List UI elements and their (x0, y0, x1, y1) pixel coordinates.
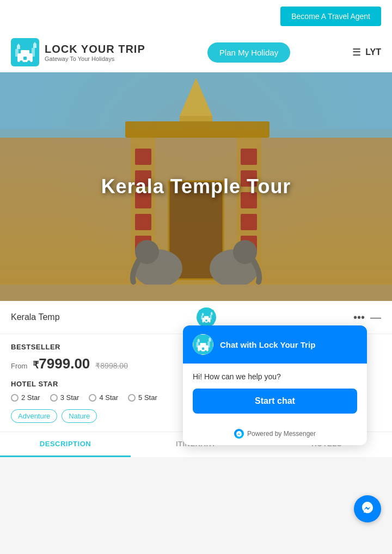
chat-brand: Chat with Lock Your Trip (220, 340, 357, 349)
logo-text-area: LOCK YOUR TRIP Gateway To Your Holidays (45, 43, 145, 62)
tag-adventure[interactable]: Adventure (11, 409, 57, 423)
page-container: Become A Travel Agent LOCK YOUR TRIP Gat… (0, 0, 392, 554)
star-option-2-label: 2 Star (21, 393, 40, 402)
menu-label: LYT (365, 47, 381, 57)
rupee-original: ₹ (95, 361, 100, 370)
svg-rect-49 (197, 342, 199, 348)
minimize-button[interactable]: — (370, 311, 381, 324)
svg-point-36 (204, 322, 205, 323)
tab-description[interactable]: DESCRIPTION (0, 432, 131, 457)
price-value: 7999.00 (39, 355, 90, 372)
svg-point-4 (27, 60, 30, 64)
svg-rect-6 (15, 49, 19, 57)
star-radio-3[interactable] (50, 394, 58, 402)
messenger-icon (234, 429, 244, 439)
tour-bar-actions: ••• — (353, 311, 381, 324)
svg-rect-50 (207, 341, 210, 347)
svg-rect-45 (200, 343, 206, 347)
chat-header: Chat with Lock Your Trip (183, 325, 367, 364)
star-radio-5[interactable] (128, 394, 136, 402)
svg-rect-5 (23, 57, 27, 60)
become-agent-button[interactable]: Become A Travel Agent (280, 7, 381, 26)
star-option-5[interactable]: 5 Star (128, 393, 157, 402)
svg-rect-48 (202, 348, 204, 350)
tour-title-text: Kerala Temp (11, 312, 60, 322)
menu-button[interactable]: ☰ LYT (352, 46, 381, 58)
chat-bubble-button[interactable] (354, 495, 381, 522)
hero-title: Kerala Temple Tour (101, 175, 291, 198)
svg-point-46 (199, 350, 201, 352)
svg-point-3 (20, 60, 23, 64)
star-option-5-label: 5 Star (138, 393, 157, 402)
chat-bubble-icon (361, 501, 374, 517)
svg-point-47 (205, 350, 207, 352)
plan-holiday-button[interactable]: Plan My Holiday (207, 42, 290, 63)
start-chat-button[interactable]: Start chat (193, 389, 357, 414)
star-radio-2[interactable] (11, 394, 19, 402)
svg-rect-40 (210, 315, 212, 320)
current-price: ₹7999.00 (33, 355, 90, 372)
svg-point-37 (207, 322, 209, 323)
chat-greeting: Hi! How can we help you? (193, 372, 357, 381)
star-option-4[interactable]: 4 Star (89, 393, 118, 402)
chat-avatar (193, 334, 213, 355)
svg-rect-38 (206, 319, 207, 321)
chat-title-area: Chat with Lock Your Trip (220, 340, 357, 349)
hero-image: Kerala Temple Tour (0, 72, 392, 301)
star-option-3[interactable]: 3 Star (50, 393, 79, 402)
star-option-3-label: 3 Star (60, 393, 79, 402)
svg-rect-2 (21, 50, 29, 56)
tag-nature[interactable]: Nature (62, 409, 97, 423)
svg-rect-7 (32, 48, 35, 57)
star-radio-4[interactable] (89, 394, 96, 402)
original-price-value: 8998.00 (100, 361, 128, 370)
logo-icon (11, 38, 39, 66)
logo-main-text: LOCK YOUR TRIP (45, 43, 145, 56)
star-option-4-label: 4 Star (99, 393, 118, 402)
powered-by-text: Powered by Messenger (247, 430, 316, 438)
logo-area: LOCK YOUR TRIP Gateway To Your Holidays (11, 38, 145, 66)
chat-body: Hi! How can we help you? Start chat (183, 364, 367, 424)
chat-footer: Powered by Messenger (183, 424, 367, 445)
star-option-2[interactable]: 2 Star (11, 393, 40, 402)
svg-rect-35 (204, 316, 209, 319)
svg-rect-39 (201, 316, 203, 320)
chat-widget: Chat with Lock Your Trip Hi! How can we … (183, 325, 367, 445)
original-price: ₹8998.00 (95, 361, 128, 370)
header: LOCK YOUR TRIP Gateway To Your Holidays … (0, 33, 392, 72)
tour-logo-small (197, 307, 216, 327)
hamburger-icon: ☰ (352, 46, 361, 58)
top-banner: Become A Travel Agent (0, 0, 392, 33)
from-label: From (11, 362, 27, 370)
rupee-symbol: ₹ (33, 360, 39, 371)
logo-sub-text: Gateway To Your Holidays (45, 56, 145, 62)
more-options-button[interactable]: ••• (353, 311, 365, 324)
